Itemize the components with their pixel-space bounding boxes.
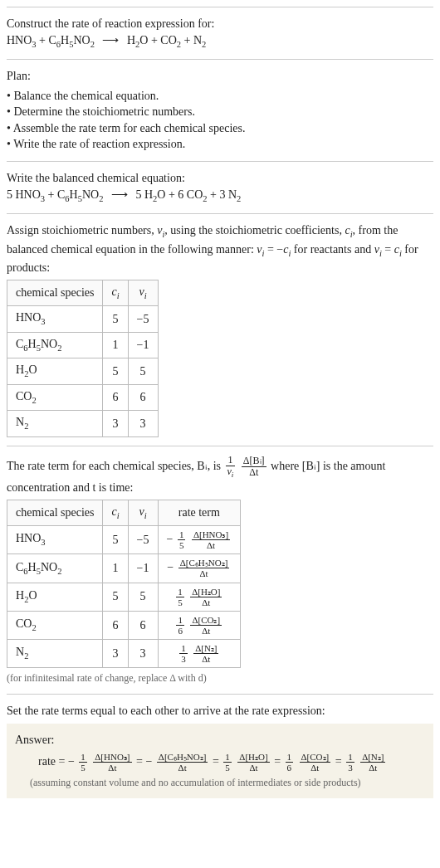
cell-nu: 6 <box>128 384 158 410</box>
table-row: C6H5NO2 1 −1 <box>7 332 159 358</box>
cell-c: 6 <box>103 611 128 639</box>
balanced-equation: 5 HNO3 + C6H5NO2 ⟶ 5 H2O + 6 CO2 + 3 N2 <box>7 187 433 205</box>
table-row: N2 3 3 <box>7 411 159 436</box>
cell-species: CO2 <box>7 384 103 410</box>
final-section: Set the rate terms equal to each other t… <box>7 694 433 807</box>
table-row: CO2 6 6 <box>7 384 159 410</box>
table-row: CO2 6 6 16 Δ[CO₂]Δt <box>7 611 241 639</box>
table-row: N2 3 3 13 Δ[N₂]Δt <box>7 639 241 667</box>
cell-nu: 5 <box>128 583 158 611</box>
delta-note: (for infinitesimal rate of change, repla… <box>7 671 433 685</box>
cell-species: H2O <box>7 358 103 384</box>
stoich-section: Assign stoichiometric numbers, νi, using… <box>7 213 433 445</box>
plan-step: Determine the stoichiometric numbers. <box>7 104 433 120</box>
balanced-heading: Write the balanced chemical equation: <box>7 170 433 187</box>
cell-species: C6H5NO2 <box>7 554 103 583</box>
plan-step: Assemble the rate term for each chemical… <box>7 120 433 137</box>
col-rate-term: rate term <box>158 500 241 525</box>
cell-species: N2 <box>7 411 103 436</box>
cell-rate-term: 15 Δ[H₂O]Δt <box>158 583 241 611</box>
answer-box: Answer: rate = − 15 Δ[HNO₃]Δt = − Δ[C₆H₅… <box>7 724 433 798</box>
col-c: ci <box>103 280 128 305</box>
plan-list: Balance the chemical equation. Determine… <box>7 88 433 153</box>
prompt-equation: HNO3 + C6H5NO2 ⟶ H2O + CO2 + N2 <box>7 32 433 51</box>
cell-rate-term: − Δ[C₆H₅NO₂]Δt <box>158 554 241 583</box>
table-row: H2O 5 5 15 Δ[H₂O]Δt <box>7 583 241 611</box>
rate-term-table: chemical species ci νi rate term HNO3 5 … <box>7 500 241 668</box>
col-c: ci <box>103 500 128 525</box>
cell-c: 5 <box>103 358 128 384</box>
col-nu: νi <box>128 500 158 525</box>
cell-species: CO2 <box>7 611 103 639</box>
stoich-table: chemical species ci νi HNO3 5 −5 C6H5NO2… <box>7 280 159 437</box>
cell-c: 6 <box>103 384 128 410</box>
cell-c: 1 <box>103 554 128 583</box>
cell-nu: −5 <box>128 306 158 332</box>
cell-nu: 5 <box>128 358 158 384</box>
plan-section: Plan: Balance the chemical equation. Det… <box>7 59 433 161</box>
balanced-section: Write the balanced chemical equation: 5 … <box>7 161 433 213</box>
cell-c: 1 <box>103 332 128 358</box>
plan-step: Balance the chemical equation. <box>7 88 433 105</box>
col-species: chemical species <box>7 280 103 305</box>
cell-nu: −1 <box>128 554 158 583</box>
cell-species: N2 <box>7 639 103 667</box>
cell-nu: 3 <box>128 411 158 436</box>
cell-rate-term: − 15 Δ[HNO₃]Δt <box>158 526 241 554</box>
cell-nu: −1 <box>128 332 158 358</box>
rate-term-intro: The rate term for each chemical species,… <box>7 455 433 496</box>
cell-rate-term: 16 Δ[CO₂]Δt <box>158 611 241 639</box>
cell-nu: 6 <box>128 611 158 639</box>
frac-one-over-nu: 1 νi <box>224 455 237 480</box>
cell-c: 5 <box>103 526 128 554</box>
cell-rate-term: 13 Δ[N₂]Δt <box>158 639 241 667</box>
rate-term-section: The rate term for each chemical species,… <box>7 446 433 694</box>
final-heading: Set the rate terms equal to each other t… <box>7 703 433 719</box>
cell-c: 5 <box>103 306 128 332</box>
plan-heading: Plan: <box>7 68 433 85</box>
table-row: H2O 5 5 <box>7 358 159 384</box>
cell-nu: −5 <box>128 526 158 554</box>
cell-c: 5 <box>103 583 128 611</box>
cell-species: C6H5NO2 <box>7 332 103 358</box>
frac-delta-b-over-t: Δ[Bᵢ] Δt <box>240 456 268 478</box>
table-header-row: chemical species ci νi rate term <box>7 500 241 525</box>
table-header-row: chemical species ci νi <box>7 280 159 305</box>
col-species: chemical species <box>7 500 103 525</box>
table-row: HNO3 5 −5 − 15 Δ[HNO₃]Δt <box>7 526 241 554</box>
cell-nu: 3 <box>128 639 158 667</box>
col-nu: νi <box>128 280 158 305</box>
cell-c: 3 <box>103 411 128 436</box>
table-row: HNO3 5 −5 <box>7 306 159 332</box>
table-row: C6H5NO2 1 −1 − Δ[C₆H₅NO₂]Δt <box>7 554 241 583</box>
prompt-title: Construct the rate of reaction expressio… <box>7 16 433 32</box>
prompt-section: Construct the rate of reaction expressio… <box>7 7 433 59</box>
assumption-note: (assuming constant volume and no accumul… <box>15 776 425 790</box>
cell-c: 3 <box>103 639 128 667</box>
plan-step: Write the rate of reaction expression. <box>7 136 433 153</box>
cell-species: HNO3 <box>7 526 103 554</box>
cell-species: H2O <box>7 583 103 611</box>
rate-expression: rate = − 15 Δ[HNO₃]Δt = − Δ[C₆H₅NO₂]Δt =… <box>15 752 425 773</box>
cell-species: HNO3 <box>7 306 103 332</box>
stoich-intro: Assign stoichiometric numbers, νi, using… <box>7 222 433 276</box>
answer-label: Answer: <box>15 732 425 749</box>
